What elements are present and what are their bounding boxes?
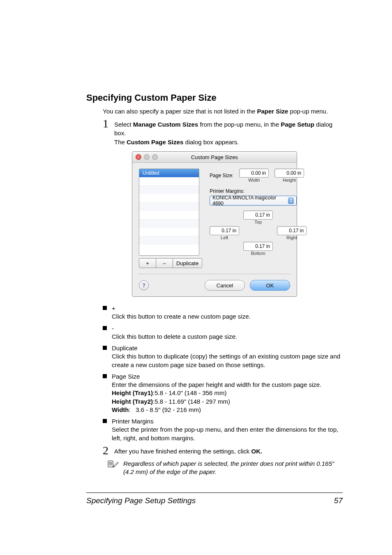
intro-bold: Paper Size	[257, 108, 288, 115]
step-2: 2 After you have finished entering the s…	[103, 445, 343, 456]
window-close-icon[interactable]	[136, 154, 141, 160]
step-1-b2: Page Setup	[281, 121, 314, 128]
bullet-plus-desc: Click this button to create a new custom…	[112, 312, 343, 321]
intro-suffix: pop-up menu.	[288, 108, 328, 115]
list-row	[139, 203, 199, 211]
height-tray2-label: Height (Tray2)	[112, 398, 153, 405]
dialog-right-col: Page Size: 0.00 in Width 0.00 in Height …	[210, 169, 307, 268]
step-1-pre: Select	[114, 121, 133, 128]
dialog-left-col: Untitled + – Duplicate	[139, 169, 202, 268]
window-minimize-icon	[144, 154, 150, 160]
add-page-size-button[interactable]: +	[139, 258, 156, 268]
step-1-sub-pre: The	[114, 139, 127, 146]
bullet-minus: - Click this button to delete a custom p…	[103, 324, 343, 341]
section-heading: Specifying Custom Paper Size	[86, 92, 343, 103]
margin-bottom-input[interactable]: 0.17 in	[243, 242, 273, 251]
footer-page-number: 57	[334, 496, 343, 505]
list-row	[139, 236, 199, 245]
step-2-b: OK.	[251, 448, 263, 455]
bullet-icon	[103, 374, 107, 378]
dialog-title-bar: Custom Page Sizes	[132, 152, 297, 163]
bullet-icon	[103, 419, 107, 423]
margin-right-input[interactable]: 0.17 in	[277, 226, 307, 235]
page-size-height-input[interactable]: 0.00 in	[274, 169, 304, 178]
bullet-plus-title: +	[112, 304, 343, 312]
duplicate-page-size-button[interactable]: Duplicate	[173, 258, 202, 268]
margin-left-label: Left	[210, 235, 239, 240]
list-row	[139, 194, 199, 203]
list-row	[139, 186, 199, 194]
printer-margins-dropdown[interactable]: KONICA MINOLTA magicolor 4690 ▲▼	[210, 196, 297, 206]
note-text: Regardless of which paper is selected, t…	[123, 460, 343, 476]
note: Regardless of which paper is selected, t…	[108, 460, 343, 476]
page-size-label: Page Size:	[210, 173, 233, 178]
note-icon	[108, 460, 119, 470]
step-1: 1 Select Manage Custom Sizes from the po…	[103, 118, 343, 146]
printer-margins-dropdown-value: KONICA MINOLTA magicolor 4690	[212, 195, 288, 206]
ok-button[interactable]: OK	[250, 280, 290, 291]
step-1-number: 1	[103, 118, 113, 130]
margin-top-label: Top	[243, 220, 273, 224]
dropdown-arrows-icon: ▲▼	[288, 197, 294, 204]
page-footer: Specifying Page Setup Settings 57	[86, 493, 343, 505]
bullet-page-size-desc: Enter the dimensions of the paper height…	[112, 381, 343, 389]
custom-page-sizes-dialog: Custom Page Sizes Untitled	[132, 151, 297, 297]
page-size-height-label: Height	[274, 178, 304, 183]
page-sizes-listbox[interactable]: Untitled	[139, 169, 199, 256]
bullet-duplicate: Duplicate Click this button to duplicate…	[103, 344, 343, 369]
bullet-printer-margins-desc: Select the printer from the pop-up menu,…	[112, 426, 343, 442]
footer-title: Specifying Page Setup Settings	[86, 496, 196, 505]
cancel-button[interactable]: Cancel	[205, 280, 245, 291]
margin-bottom-label: Bottom	[243, 251, 273, 256]
list-row	[139, 177, 199, 186]
height-tray1-val: :5.8 - 14.0" (148 - 356 mm)	[153, 389, 227, 396]
step-1-mid: from the pop-up menu, in the	[198, 121, 281, 128]
step-1-b1: Manage Custom Sizes	[133, 121, 198, 128]
bullet-printer-margins-title: Printer Margins	[112, 417, 343, 426]
bullet-printer-margins: Printer Margins Select the printer from …	[103, 417, 343, 442]
help-button[interactable]: ?	[139, 280, 149, 290]
step-2-pre: After you have finished entering the set…	[114, 448, 251, 455]
height-tray2-val: :5.8 - 11.69" (148 - 297 mm)	[153, 398, 230, 405]
bullet-plus: + Click this button to create a new cust…	[103, 304, 343, 321]
bullet-duplicate-title: Duplicate	[112, 344, 343, 352]
height-tray1-label: Height (Tray1)	[112, 389, 153, 396]
bullet-icon	[103, 306, 107, 310]
bullet-minus-title: -	[112, 324, 343, 333]
width-label: Width	[112, 406, 129, 413]
window-zoom-icon	[152, 154, 158, 160]
printer-margins-label: Printer Margins:	[210, 188, 307, 194]
window-controls	[136, 154, 158, 160]
margin-left-input[interactable]: 0.17 in	[210, 226, 239, 235]
remove-page-size-button[interactable]: –	[156, 258, 173, 268]
list-item-untitled[interactable]: Untitled	[139, 169, 199, 177]
bullet-icon	[103, 326, 107, 330]
width-val: : 3.6 - 8.5" (92 - 216 mm)	[129, 406, 201, 413]
list-row	[139, 228, 199, 236]
step-1-sub-post: dialog box appears.	[183, 139, 239, 146]
bullet-page-size: Page Size Enter the dimensions of the pa…	[103, 372, 343, 414]
dialog-figure: Custom Page Sizes Untitled	[86, 151, 343, 297]
list-row	[139, 211, 199, 220]
list-row	[139, 220, 199, 228]
list-controls: + – Duplicate	[139, 258, 202, 268]
bullet-page-size-title: Page Size	[112, 372, 343, 381]
margin-top-input[interactable]: 0.17 in	[243, 210, 273, 220]
intro-prefix: You can also specify a paper size that i…	[103, 108, 257, 115]
bullet-icon	[103, 346, 107, 350]
step-1-sub-b: Custom Page Sizes	[127, 139, 183, 146]
page-size-width-label: Width	[239, 178, 269, 183]
bullet-duplicate-desc: Click this button to duplicate (copy) th…	[112, 352, 343, 369]
bullet-minus-desc: Click this button to delete a custom pag…	[112, 333, 343, 341]
page-size-width-input[interactable]: 0.00 in	[239, 169, 269, 178]
intro-paragraph: You can also specify a paper size that i…	[103, 107, 343, 116]
step-2-number: 2	[103, 445, 113, 456]
dialog-footer: ? Cancel OK	[138, 274, 291, 296]
bullet-list: + Click this button to create a new cust…	[103, 304, 343, 442]
margin-right-label: Right	[277, 235, 307, 240]
